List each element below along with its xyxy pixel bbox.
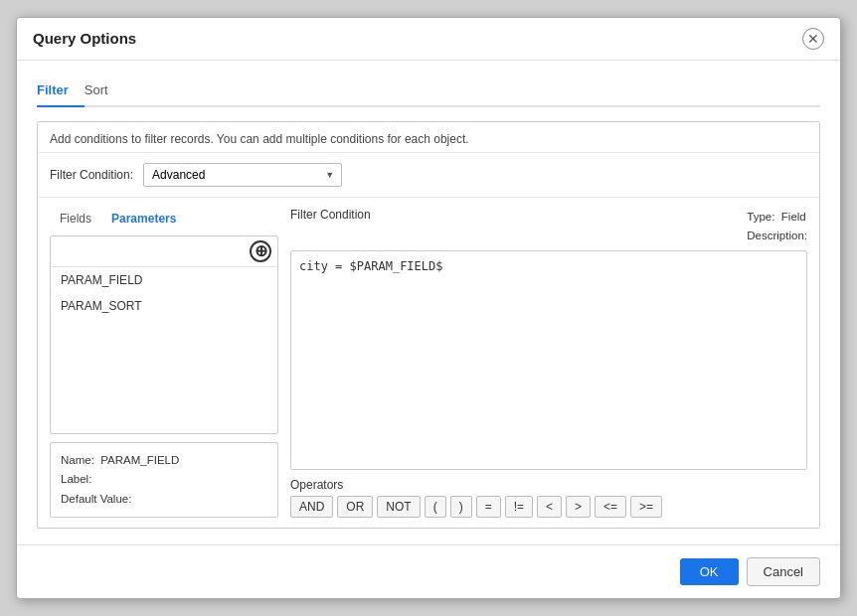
list-item[interactable]: PARAM_FIELD bbox=[51, 267, 277, 293]
op-open-paren[interactable]: ( bbox=[425, 496, 446, 518]
sub-tab-bar: Fields Parameters bbox=[50, 208, 278, 230]
description-row2: Description: bbox=[747, 227, 807, 246]
filter-condition-textarea[interactable] bbox=[290, 250, 807, 471]
filter-condition-right-label: Filter Condition bbox=[290, 208, 371, 242]
op-eq[interactable]: = bbox=[476, 496, 501, 518]
filter-condition-select[interactable]: Advanced Simple bbox=[143, 163, 342, 187]
op-gt[interactable]: > bbox=[566, 496, 591, 518]
sub-tab-fields[interactable]: Fields bbox=[50, 208, 101, 230]
op-and[interactable]: AND bbox=[290, 496, 333, 518]
fields-list-header: ⊕ bbox=[51, 236, 277, 267]
main-panel: Fields Parameters ⊕ PARAM_FIELD PARAM_SO… bbox=[38, 198, 819, 529]
op-close-paren[interactable]: ) bbox=[450, 496, 472, 518]
param-default-row: Default Value: bbox=[61, 490, 267, 510]
cancel-button[interactable]: Cancel bbox=[747, 557, 820, 586]
dialog-body: Filter Sort Add conditions to filter rec… bbox=[17, 61, 840, 545]
dialog-footer: OK Cancel bbox=[17, 544, 840, 598]
description-text: Add conditions to filter records. You ca… bbox=[38, 122, 819, 153]
operators-section: Operators AND OR NOT ( ) = != < > <= bbox=[290, 478, 807, 518]
param-label-label: Label: bbox=[61, 473, 91, 485]
close-button[interactable]: ✕ bbox=[802, 28, 824, 50]
op-or[interactable]: OR bbox=[337, 496, 373, 518]
right-panel-top-labels: Filter Condition Type: Field Description… bbox=[290, 208, 807, 246]
op-not[interactable]: NOT bbox=[377, 496, 420, 518]
dialog-header: Query Options ✕ bbox=[17, 18, 840, 61]
op-neq[interactable]: != bbox=[505, 496, 533, 518]
op-lt[interactable]: < bbox=[537, 496, 562, 518]
param-label-row: Label: bbox=[61, 470, 267, 490]
list-item[interactable]: PARAM_SORT bbox=[51, 293, 277, 319]
add-parameter-button[interactable]: ⊕ bbox=[250, 240, 271, 262]
left-panel: Fields Parameters ⊕ PARAM_FIELD PARAM_SO… bbox=[50, 208, 278, 519]
param-details: Name: PARAM_FIELD Label: Default Value: bbox=[50, 442, 278, 519]
tab-sort[interactable]: Sort bbox=[85, 77, 124, 107]
ok-button[interactable]: OK bbox=[680, 558, 739, 585]
fields-list: ⊕ PARAM_FIELD PARAM_SORT bbox=[50, 235, 278, 434]
param-name-row: Name: PARAM_FIELD bbox=[61, 451, 267, 471]
type-row: Type: Field bbox=[747, 208, 807, 228]
op-gte[interactable]: >= bbox=[630, 496, 662, 518]
param-name-value: PARAM_FIELD bbox=[100, 454, 179, 466]
filter-condition-row: Filter Condition: Advanced Simple bbox=[38, 153, 819, 198]
type-description-block: Type: Field Description: bbox=[747, 208, 807, 246]
sub-tab-parameters[interactable]: Parameters bbox=[101, 208, 186, 230]
dialog-title: Query Options bbox=[33, 30, 136, 47]
content-area: Add conditions to filter records. You ca… bbox=[37, 121, 820, 530]
type-label: Type: bbox=[747, 211, 774, 223]
description-label: Description: bbox=[747, 230, 807, 241]
type-value: Field bbox=[781, 211, 806, 223]
tab-bar: Filter Sort bbox=[37, 77, 820, 107]
filter-condition-select-wrapper: Advanced Simple bbox=[143, 163, 342, 187]
operators-row: AND OR NOT ( ) = != < > <= >= bbox=[290, 496, 807, 518]
param-default-label: Default Value: bbox=[61, 493, 131, 505]
filter-condition-label: Filter Condition: bbox=[50, 168, 133, 182]
param-name-label: Name: bbox=[61, 454, 94, 466]
right-panel: Filter Condition Type: Field Description… bbox=[290, 208, 807, 519]
op-lte[interactable]: <= bbox=[595, 496, 626, 518]
operators-label: Operators bbox=[290, 478, 807, 492]
query-options-dialog: Query Options ✕ Filter Sort Add conditio… bbox=[16, 17, 841, 600]
tab-filter[interactable]: Filter bbox=[37, 77, 85, 107]
